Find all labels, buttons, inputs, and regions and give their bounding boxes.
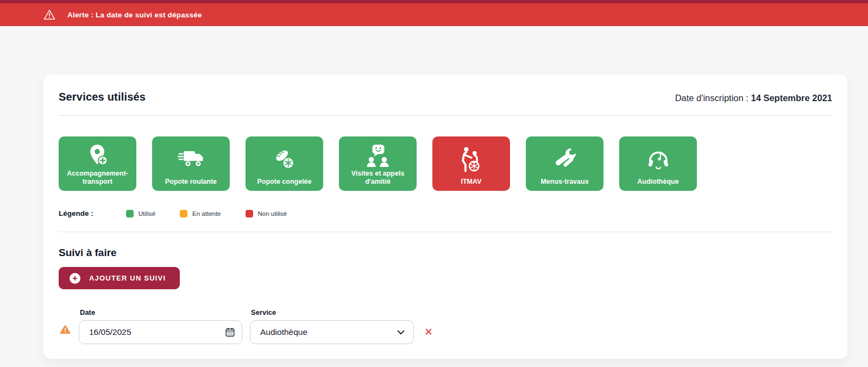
legend-item-en-attente: En attente — [180, 210, 221, 217]
inscription-label: Date d'inscription : — [675, 93, 749, 103]
wheelchair-assist-icon — [459, 141, 484, 178]
delivery-truck-icon — [178, 141, 205, 178]
service-tile-visites-appels[interactable]: Visites et appels d'amitié — [339, 136, 417, 191]
inscription-value: 14 Septembre 2021 — [751, 93, 832, 103]
plus-icon: + — [70, 273, 80, 284]
date-field-group: Date — [79, 308, 242, 344]
legend-swatch-orange — [180, 210, 187, 217]
service-field-group: Service Audiothèque — [250, 308, 414, 344]
overdue-warning-icon — [60, 325, 71, 337]
panel-title: Services utilisés — [59, 91, 146, 103]
date-input[interactable] — [79, 327, 242, 337]
chevron-down-icon — [397, 330, 405, 335]
service-tile-menus-travaux[interactable]: Menus-travaux — [526, 136, 603, 191]
chat-people-icon — [366, 141, 391, 170]
section-divider — [59, 232, 832, 232]
location-pin-plus-icon — [85, 141, 110, 170]
legend-item-utilise: Utilisé — [126, 210, 155, 217]
service-tile-accompagnement-transport[interactable]: Accompagnement-transport — [59, 136, 136, 191]
alert-message: Alerte : La date de suivi est dépassée — [67, 11, 202, 19]
service-tile-label: ITMAV — [461, 178, 482, 186]
legend: Légende : Utilisé En attente Non utilisé — [59, 209, 832, 217]
legend-label: Utilisé — [139, 210, 155, 217]
headphones-music-icon — [646, 141, 671, 178]
add-suivi-button[interactable]: + AJOUTER UN SUIVI — [59, 267, 180, 289]
frozen-food-icon — [272, 141, 297, 178]
service-select[interactable]: Audiothèque — [250, 320, 414, 344]
add-suivi-button-label: AJOUTER UN SUIVI — [89, 274, 166, 282]
plus-glyph: + — [72, 274, 77, 283]
service-tile-popote-congelee[interactable]: Popote congelée — [246, 136, 323, 191]
service-tile-label: Visites et appels d'amitié — [343, 170, 412, 186]
inscription-date: Date d'inscription : 14 Septembre 2021 — [675, 93, 832, 103]
service-tile-label: Accompagnement-transport — [63, 170, 132, 186]
legend-label: Non utilisé — [258, 210, 287, 217]
remove-suivi-button[interactable]: ✕ — [424, 327, 433, 337]
legend-swatch-red — [246, 210, 253, 217]
service-tile-label: Audiothèque — [637, 178, 678, 186]
service-tile-popote-roulante[interactable]: Popote roulante — [152, 136, 230, 191]
service-tiles: Accompagnement-transport Popote roulante — [59, 136, 832, 191]
date-label: Date — [80, 308, 242, 316]
services-panel: Services utilisés Date d'inscription : 1… — [43, 74, 847, 359]
service-select-value: Audiothèque — [260, 327, 307, 337]
service-tile-itmav[interactable]: ITMAV — [432, 136, 510, 191]
alert-banner: Alerte : La date de suivi est dépassée — [0, 3, 868, 26]
legend-title: Légende : — [59, 209, 93, 217]
service-tile-label: Menus-travaux — [540, 178, 588, 186]
tools-icon — [552, 141, 577, 178]
header-divider — [59, 115, 832, 116]
service-label: Service — [251, 308, 414, 316]
suivi-title: Suivi à faire — [59, 247, 832, 259]
calendar-icon[interactable] — [225, 328, 235, 337]
legend-item-non-utilise: Non utilisé — [246, 210, 287, 217]
suivi-row: Date Service Audiothèque — [59, 308, 832, 344]
alert-warning-triangle-icon — [43, 9, 55, 20]
legend-swatch-green — [126, 210, 134, 217]
legend-label: En attente — [192, 210, 221, 217]
service-tile-label: Popote roulante — [165, 178, 217, 186]
date-input-wrapper — [79, 320, 242, 344]
service-tile-audiotheque[interactable]: Audiothèque — [619, 136, 697, 191]
service-tile-label: Popote congelée — [257, 178, 311, 186]
